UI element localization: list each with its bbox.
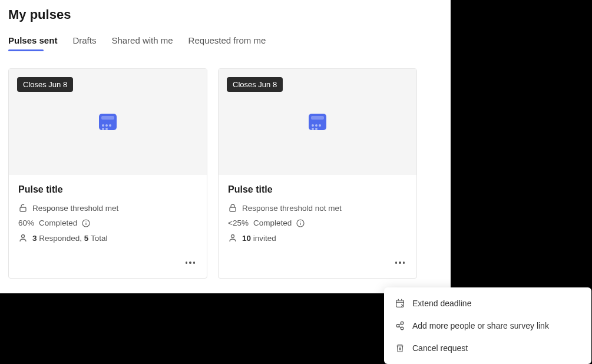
menu-cancel-request[interactable]: Cancel request	[384, 337, 591, 359]
menu-extend-deadline[interactable]: Extend deadline	[384, 292, 591, 315]
completion-label: Completed	[39, 219, 77, 227]
pulse-icon	[99, 114, 117, 130]
context-menu: Extend deadline Add more people or share…	[384, 287, 591, 364]
svg-line-17	[399, 323, 401, 325]
lock-icon	[228, 203, 237, 213]
card-hero: Closes Jun 8	[9, 69, 207, 175]
completion-row: 60% Completed	[18, 219, 197, 227]
svg-line-18	[399, 326, 401, 328]
card-body: Pulse title Response threshold not met <…	[219, 175, 416, 254]
pulse-card[interactable]: Closes Jun 8 Pulse title Response thresh…	[8, 68, 207, 279]
calendar-icon	[395, 298, 405, 309]
completion-label: Completed	[253, 219, 292, 227]
menu-label: Add more people or share survey link	[412, 321, 549, 330]
info-icon[interactable]	[82, 219, 90, 227]
svg-point-4	[22, 235, 25, 238]
pulse-icon	[309, 114, 326, 130]
share-icon	[395, 320, 405, 331]
more-button[interactable]	[182, 254, 199, 271]
svg-point-9	[231, 235, 234, 238]
tab-shared-with-me[interactable]: Shared with me	[111, 35, 173, 50]
svg-point-16	[401, 327, 404, 330]
people-row: 3 Responded, 5 Total	[18, 233, 197, 243]
cards-container: Closes Jun 8 Pulse title Response thresh…	[8, 68, 442, 279]
menu-label: Cancel request	[412, 343, 468, 353]
svg-point-3	[86, 221, 87, 221]
svg-rect-5	[230, 207, 236, 211]
tab-drafts[interactable]: Drafts	[72, 35, 96, 50]
unlock-icon	[18, 203, 28, 213]
svg-point-15	[401, 322, 404, 325]
page-title: My pulses	[8, 7, 442, 22]
card-hero: Closes Jun 8	[219, 69, 416, 175]
pulse-card[interactable]: Closes Jun 8 Pulse title Response thresh…	[218, 68, 417, 279]
tab-pulses-sent[interactable]: Pulses sent	[8, 35, 57, 50]
pulse-title: Pulse title	[228, 184, 407, 195]
svg-point-14	[396, 325, 399, 327]
svg-point-8	[300, 221, 301, 221]
info-icon[interactable]	[296, 219, 305, 227]
tab-requested-from-me[interactable]: Requested from me	[188, 35, 266, 50]
person-icon	[18, 233, 28, 243]
threshold-label: Response threshold met	[32, 204, 118, 213]
completion-pct: <25%	[228, 219, 249, 227]
pulse-title: Pulse title	[18, 184, 197, 195]
menu-label: Extend deadline	[412, 299, 471, 308]
people-text: 10 invited	[242, 234, 276, 243]
trash-icon	[395, 343, 405, 353]
people-row: 10 invited	[228, 233, 407, 243]
threshold-row: Response threshold met	[18, 203, 197, 213]
card-body: Pulse title Response threshold met 60% C…	[9, 175, 207, 254]
person-icon	[228, 233, 237, 243]
completion-pct: 60%	[18, 219, 34, 227]
svg-rect-0	[20, 207, 26, 211]
tabs-bar: Pulses sent Drafts Shared with me Reques…	[8, 35, 442, 51]
people-text: 3 Responded, 5 Total	[32, 234, 107, 243]
threshold-label: Response threshold not met	[242, 204, 342, 213]
completion-row: <25% Completed	[228, 219, 407, 227]
threshold-row: Response threshold not met	[228, 203, 407, 213]
more-button[interactable]	[392, 254, 408, 271]
menu-add-people[interactable]: Add more people or share survey link	[384, 315, 591, 337]
closes-badge: Closes Jun 8	[227, 77, 283, 92]
closes-badge: Closes Jun 8	[17, 77, 73, 92]
